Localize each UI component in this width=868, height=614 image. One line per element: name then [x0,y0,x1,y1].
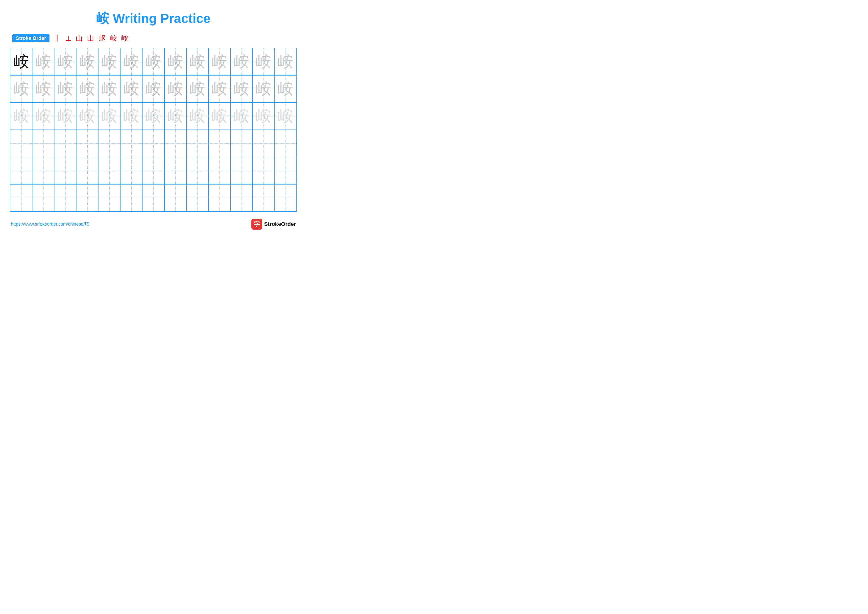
grid-cell[interactable] [186,157,209,184]
grid-cell[interactable]: 峖 [10,75,32,103]
grid-cell[interactable]: 峖 [164,75,186,103]
grid-cell[interactable]: 峖 [231,75,253,103]
grid-cell[interactable] [10,184,32,211]
grid-cell[interactable]: 峖 [76,48,98,75]
grid-cell[interactable]: 峖 [186,48,209,75]
grid-cell[interactable]: 峖 [32,48,54,75]
grid-cell[interactable]: 峖 [98,103,120,130]
grid-cell[interactable] [32,157,54,184]
grid-cell[interactable]: 峖 [164,103,186,130]
grid-cell[interactable]: 峖 [209,103,231,130]
grid-cell[interactable] [186,130,209,157]
grid-cell[interactable]: 峖 [253,48,274,75]
grid-cell[interactable]: 峖 [54,103,76,130]
cell-character: 峖 [234,109,249,124]
grid-cell[interactable] [142,130,164,157]
footer: https://www.strokeorder.com/chinese/峖 字 … [10,219,297,230]
grid-cell[interactable] [142,157,164,184]
grid-cell[interactable] [209,157,231,184]
grid-cell[interactable] [209,130,231,157]
cell-character: 峖 [57,81,73,96]
grid-cell[interactable]: 峖 [32,75,54,103]
cell-character: 峖 [168,109,183,124]
cell-character: 峖 [124,81,139,96]
grid-cell[interactable] [253,184,274,211]
grid-cell[interactable]: 峖 [142,103,164,130]
grid-cell[interactable]: 峖 [164,48,186,75]
grid-cell[interactable] [274,130,297,157]
stroke-step-3: 山 [76,35,83,42]
cell-character: 峖 [256,81,271,96]
cell-character: 峖 [278,54,293,69]
grid-cell[interactable] [32,184,54,211]
grid-cell[interactable] [120,130,142,157]
cell-character: 峖 [146,109,161,124]
grid-cell[interactable]: 峖 [10,48,32,75]
grid-cell[interactable]: 峖 [76,75,98,103]
grid-cell[interactable]: 峖 [98,48,120,75]
grid-cell[interactable]: 峖 [142,75,164,103]
grid-cell[interactable]: 峖 [186,75,209,103]
grid-cell[interactable] [32,130,54,157]
grid-cell[interactable]: 峖 [231,103,253,130]
grid-cell[interactable]: 峖 [54,75,76,103]
grid-cell[interactable]: 峖 [142,48,164,75]
grid-cell[interactable] [231,130,253,157]
grid-cell[interactable] [98,130,120,157]
grid-cell[interactable] [164,184,186,211]
grid-cell[interactable]: 峖 [253,75,274,103]
grid-cell[interactable]: 峖 [120,75,142,103]
grid-cell[interactable] [164,130,186,157]
grid-cell[interactable]: 峖 [32,103,54,130]
grid-cell[interactable] [142,184,164,211]
grid-cell[interactable] [164,157,186,184]
stroke-step-1: 丨 [54,35,61,42]
grid-cell[interactable] [54,130,76,157]
grid-cell[interactable]: 峖 [209,75,231,103]
grid-cell[interactable] [253,157,274,184]
grid-cell[interactable] [76,157,98,184]
grid-cell[interactable]: 峖 [253,103,274,130]
grid-cell[interactable] [98,184,120,211]
grid-cell[interactable]: 峖 [274,48,297,75]
grid-cell[interactable] [98,157,120,184]
cell-character: 峖 [146,81,161,96]
stroke-step-6: 峖 [110,35,117,42]
grid-cell[interactable] [231,184,253,211]
cell-character: 峖 [102,109,117,124]
grid-cell[interactable] [186,184,209,211]
grid-cell[interactable]: 峖 [10,103,32,130]
cell-character: 峖 [36,109,51,124]
grid-cell[interactable] [76,130,98,157]
grid-cell[interactable] [274,184,297,211]
grid-cell[interactable] [76,184,98,211]
grid-cell[interactable] [231,157,253,184]
cell-character: 峖 [212,54,227,69]
grid-cell[interactable] [274,157,297,184]
grid-cell[interactable]: 峖 [98,75,120,103]
grid-cell[interactable] [209,184,231,211]
grid-cell[interactable] [10,157,32,184]
cell-character: 峖 [36,54,51,69]
page-title: 峖 Writing Practice [10,10,297,27]
grid-cell[interactable]: 峖 [120,103,142,130]
grid-cell[interactable]: 峖 [209,48,231,75]
grid-cell[interactable]: 峖 [76,103,98,130]
cell-character: 峖 [80,109,95,124]
footer-url[interactable]: https://www.strokeorder.com/chinese/峖 [11,221,89,227]
grid-cell[interactable] [120,184,142,211]
grid-cell[interactable] [253,130,274,157]
grid-cell[interactable] [54,157,76,184]
grid-cell[interactable] [120,157,142,184]
cell-character: 峖 [124,54,139,69]
cell-character: 峖 [256,109,271,124]
grid-cell[interactable]: 峖 [274,103,297,130]
grid-cell[interactable] [54,184,76,211]
grid-cell[interactable]: 峖 [120,48,142,75]
grid-cell[interactable] [10,130,32,157]
grid-cell[interactable]: 峖 [186,103,209,130]
grid-cell[interactable]: 峖 [231,48,253,75]
grid-cell[interactable]: 峖 [54,48,76,75]
cell-character: 峖 [190,81,205,96]
grid-cell[interactable]: 峖 [274,75,297,103]
